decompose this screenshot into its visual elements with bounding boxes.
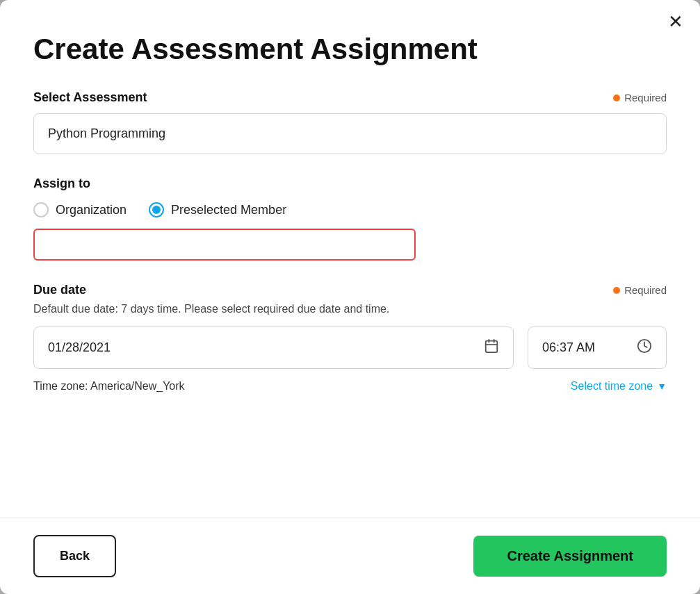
modal-title: Create Assessment Assignment: [33, 33, 667, 65]
clock-icon: [637, 338, 652, 357]
timezone-row: Time zone: America/New_York Select time …: [33, 380, 667, 393]
close-button[interactable]: ✕: [668, 13, 683, 31]
date-picker[interactable]: 01/28/2021: [33, 327, 514, 369]
time-picker[interactable]: 06:37 AM: [528, 327, 667, 369]
assessment-label: Select Assessment: [33, 90, 147, 105]
time-value: 06:37 AM: [542, 340, 595, 355]
modal-body: Create Assessment Assignment Select Asse…: [0, 0, 700, 518]
assessment-input[interactable]: [33, 113, 667, 154]
modal-container: ✕ Create Assessment Assignment Select As…: [0, 0, 700, 594]
radio-circle-member: [149, 202, 164, 217]
due-date-required-dot: [613, 287, 620, 294]
date-value: 01/28/2021: [48, 340, 111, 355]
member-input[interactable]: [33, 229, 416, 261]
radio-organization[interactable]: Organization: [33, 202, 127, 217]
assign-to-section: Assign to Organization Preselected Membe…: [33, 176, 667, 261]
select-timezone-label: Select time zone: [571, 380, 653, 393]
due-date-header: Due date Required: [33, 283, 667, 297]
due-date-hint: Default due date: 7 days time. Please se…: [33, 303, 667, 315]
date-time-row: 01/28/2021 06:37 AM: [33, 327, 667, 369]
radio-circle-org: [33, 202, 49, 217]
assessment-required-text: Required: [624, 92, 667, 104]
assessment-section-header: Select Assessment Required: [33, 90, 667, 105]
due-date-required-text: Required: [624, 284, 667, 296]
modal-overlay: ✕ Create Assessment Assignment Select As…: [0, 0, 700, 594]
radio-label-member: Preselected Member: [171, 203, 286, 217]
required-dot: [613, 94, 620, 101]
due-date-label: Due date: [33, 283, 86, 297]
assessment-required-badge: Required: [613, 92, 667, 104]
radio-group: Organization Preselected Member: [33, 202, 667, 217]
chevron-down-icon: ▼: [657, 381, 667, 392]
back-button[interactable]: Back: [33, 535, 116, 577]
svg-rect-0: [486, 341, 498, 353]
create-assignment-button[interactable]: Create Assignment: [473, 536, 667, 577]
calendar-icon: [484, 338, 499, 357]
timezone-text: Time zone: America/New_York: [33, 380, 185, 393]
modal-footer: Back Create Assignment: [0, 518, 700, 594]
radio-member[interactable]: Preselected Member: [149, 202, 286, 217]
assign-to-label: Assign to: [33, 176, 667, 191]
member-input-wrapper: [33, 229, 667, 261]
radio-label-org: Organization: [56, 203, 127, 217]
due-date-required-badge: Required: [613, 284, 667, 296]
due-date-section: Due date Required Default due date: 7 da…: [33, 283, 667, 393]
select-timezone-button[interactable]: Select time zone ▼: [571, 380, 667, 393]
